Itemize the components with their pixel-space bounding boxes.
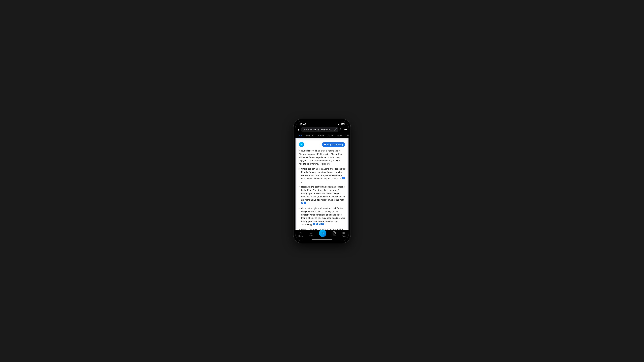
battery-label: 5G [340, 123, 344, 125]
list-item: Research the best fishing spots and seas… [299, 185, 345, 205]
content-area: b Stop responding It sounds like you had… [296, 138, 348, 230]
intro-text: It sounds like you had a great fishing t… [299, 149, 345, 166]
tab-news[interactable]: NEWS [335, 133, 344, 138]
address-bar: ‹ I just went fishing in Bighorn... 🎤 ↻ … [296, 126, 348, 133]
period-2: . [307, 202, 308, 204]
dynamic-island [314, 122, 330, 126]
bing-logo: b [299, 142, 304, 147]
citation-6[interactable]: 6 [301, 202, 303, 204]
news-icon: ☰ [310, 231, 312, 234]
stop-label: Stop responding [327, 143, 343, 146]
nav-home[interactable]: ⌂ Home [298, 231, 303, 237]
status-time: 19:45 [300, 123, 306, 125]
phone-frame: 19:45 ··· ▲ 5G ‹ I just went fishing in … [294, 119, 350, 243]
tab-all[interactable]: ALL [297, 133, 304, 138]
tab-chat[interactable]: CHAT [344, 133, 348, 138]
stop-icon [324, 144, 326, 145]
nav-apps[interactable]: ⊞ Apps [342, 231, 346, 237]
phone-screen: 19:45 ··· ▲ 5G ‹ I just went fishing in … [296, 121, 348, 241]
citation-10[interactable]: 10 [321, 223, 324, 225]
list-item: Choose the right equipment and bait for … [299, 207, 345, 226]
home-icon: ⌂ [300, 231, 302, 235]
nav-news[interactable]: ☰ News [309, 231, 313, 237]
citation-13[interactable]: 13 [342, 177, 345, 179]
tab-maps[interactable]: MAPS [326, 133, 335, 138]
wifi-icon: ▲ [338, 123, 340, 125]
refresh-button[interactable]: ↻ [340, 128, 342, 131]
svg-text:b: b [301, 143, 302, 145]
bottom-nav: ⌂ Home ☰ News b 9+ Tabs ⊞ Apps [296, 230, 348, 238]
bullet-text-2: Research the best fishing spots and seas… [301, 186, 345, 201]
status-icons: ··· ▲ 5G [336, 123, 344, 125]
bing-b-icon: b [322, 232, 324, 235]
card-header: b Stop responding [299, 142, 345, 147]
nav-bing-button[interactable]: b [319, 230, 326, 237]
list-item: Prepare for the weather and the water. T… [299, 228, 345, 230]
list-item: Check the fishing regulations and licens… [299, 167, 345, 184]
citation-8[interactable]: 8 [319, 223, 320, 225]
period-1: . [301, 181, 302, 183]
bullet-list: Check the fishing regulations and licens… [299, 167, 345, 230]
home-indicator [296, 238, 348, 241]
citation-7[interactable]: 7 [304, 202, 306, 204]
more-button[interactable]: ••• [344, 128, 347, 131]
apps-icon: ⊞ [342, 231, 345, 235]
citation-1[interactable]: 1 [313, 223, 315, 225]
home-bar [312, 239, 332, 240]
bullet-text-1: Check the fishing regulations and licens… [301, 168, 345, 180]
tab-bar: ALL IMAGES VIDEOS MAPS NEWS CHAT FLIGHTS [296, 133, 348, 138]
apps-label: Apps [342, 235, 346, 237]
stop-responding-button[interactable]: Stop responding [322, 142, 345, 147]
tabs-label: Tabs [332, 235, 336, 237]
home-label: Home [298, 235, 303, 237]
citation-2[interactable]: 2 [316, 223, 318, 225]
signal-icon: ··· [336, 123, 337, 125]
search-bar[interactable]: I just went fishing in Bighorn... 🎤 [301, 127, 338, 132]
back-button[interactable]: ‹ [297, 127, 300, 132]
tab-videos[interactable]: VIDEOS [315, 133, 326, 138]
search-text: I just went fishing in Bighorn... [303, 128, 332, 131]
tab-images[interactable]: IMAGES [304, 133, 315, 138]
mic-icon[interactable]: 🎤 [334, 128, 337, 131]
period-3: . [325, 223, 326, 226]
nav-tabs[interactable]: 9+ Tabs [332, 231, 336, 237]
tabs-badge: 9+ [332, 231, 336, 234]
bing-response-card: b Stop responding It sounds like you had… [297, 140, 347, 230]
news-label: News [309, 235, 313, 237]
bullet-text-4: Prepare for the weather and the water. T… [301, 228, 343, 230]
